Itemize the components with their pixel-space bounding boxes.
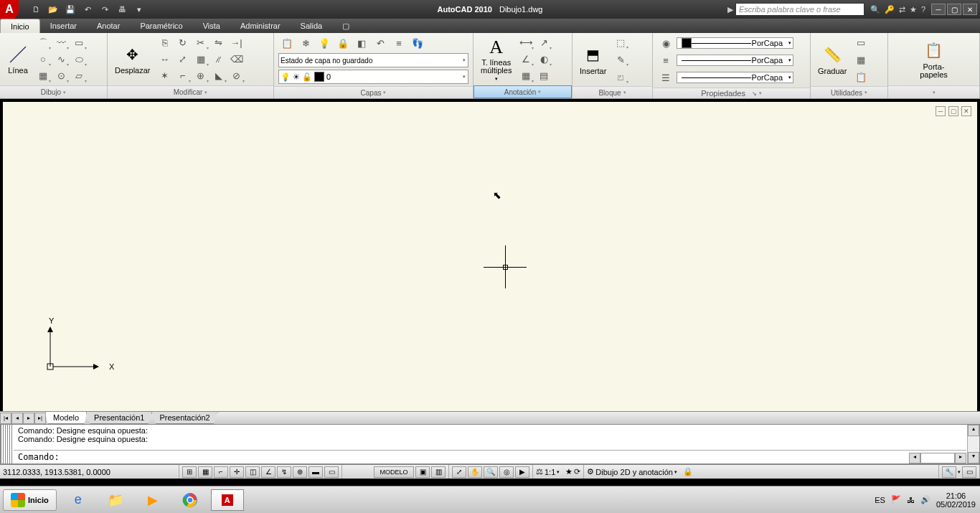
tab-extra[interactable]: ▢ — [332, 19, 359, 33]
panel-capas[interactable]: Capas — [274, 86, 473, 98]
tab-first-icon[interactable]: |◂ — [0, 413, 11, 424]
tab-anotar[interactable]: Anotar — [87, 19, 130, 33]
workspace-combo[interactable]: Dibujo 2D y anotación — [595, 468, 673, 476]
drawing-area[interactable]: ─ ▢ ✕ Y X — [3, 102, 977, 411]
annoscale-icon[interactable]: ⚖ — [536, 467, 543, 476]
point-icon[interactable]: ⊙ — [52, 68, 70, 84]
layer-off-icon[interactable]: 💡 — [316, 35, 333, 51]
showmotion-icon[interactable]: ▶ — [515, 466, 529, 478]
sheet-pres1[interactable]: Presentación1 — [86, 412, 152, 424]
qat-save-icon[interactable]: 💾 — [63, 2, 77, 17]
taskbar-chrome[interactable] — [174, 489, 207, 511]
layer-freeze-icon[interactable]: ❄ — [297, 35, 314, 51]
rotate-icon[interactable]: ↻ — [174, 35, 192, 51]
insertar-button[interactable]: ⬒ Insertar — [575, 35, 611, 84]
layer-match-icon[interactable]: ≡ — [390, 35, 407, 51]
layout2-icon[interactable]: ▥ — [431, 466, 446, 478]
qat-undo-icon[interactable]: ↶ — [80, 2, 95, 17]
break-icon[interactable]: ⊘ — [228, 68, 245, 84]
taskbar-explorer[interactable]: 📁 — [99, 489, 132, 511]
close-button[interactable]: ✕ — [963, 4, 977, 15]
taskbar-wmp[interactable]: ▶ — [136, 489, 169, 511]
app-menu-button[interactable]: A — [0, 0, 19, 19]
tray-volume-icon[interactable]: 🔊 — [920, 495, 930, 504]
wheel-icon[interactable]: ◎ — [499, 466, 514, 478]
block-edit-icon[interactable]: ✎ — [612, 52, 629, 67]
spline-icon[interactable]: ∿ — [52, 52, 70, 67]
join-icon[interactable]: ⊕ — [192, 68, 209, 84]
start-button[interactable]: Inicio — [3, 489, 57, 511]
cmd-grip[interactable] — [1, 425, 14, 463]
panel-utilidades[interactable]: Utilidades — [811, 86, 887, 98]
workspace-gear-icon[interactable]: ⚙ — [587, 467, 594, 476]
scroll-left-icon[interactable]: ◂ — [909, 453, 920, 463]
lwt-toggle[interactable]: ▬ — [308, 466, 323, 478]
annoscale-value[interactable]: 1:1 — [545, 468, 555, 476]
tab-prev-icon[interactable]: ◂ — [11, 413, 23, 424]
search-input[interactable]: Escriba palabra clave o frase — [735, 3, 864, 16]
scroll-down-icon[interactable]: ▾ — [968, 452, 979, 463]
layer-walk-icon[interactable]: 👣 — [409, 35, 426, 51]
layer-lock-icon[interactable]: 🔒 — [334, 35, 352, 51]
color-wheel-icon[interactable]: ◉ — [657, 35, 674, 51]
qat-dropdown-icon[interactable]: ▾ — [132, 2, 146, 17]
annoauto-icon[interactable]: ⟳ — [574, 467, 580, 476]
tab-last-icon[interactable]: ▸| — [34, 413, 46, 424]
tray-clock[interactable]: 21:06 05/02/2019 — [936, 491, 976, 509]
qview-icon[interactable]: ⤢ — [452, 466, 466, 478]
tab-next-icon[interactable]: ▸ — [23, 413, 34, 424]
panel-propiedades[interactable]: Propiedades ↘ — [653, 88, 810, 98]
tab-parametrico[interactable]: Paramétrico — [130, 19, 192, 33]
tab-salida[interactable]: Salida — [291, 19, 333, 33]
grid-toggle[interactable]: ▦ — [198, 466, 212, 478]
vp-minimize-icon[interactable]: ─ — [936, 106, 946, 116]
arc-icon[interactable]: ⌒ — [34, 35, 52, 51]
tray-flag-icon[interactable]: 🚩 — [891, 495, 901, 504]
rectangle-icon[interactable]: ▭ — [70, 35, 88, 51]
trim-icon[interactable]: ✂ — [192, 35, 209, 51]
layer-state-combo[interactable]: Estado de capa no guardado — [278, 53, 468, 67]
maximize-button[interactable]: ▢ — [947, 4, 961, 15]
tab-inicio[interactable]: Inicio — [0, 19, 40, 33]
ellipse-icon[interactable]: ⬭ — [70, 52, 88, 67]
annovisibility-icon[interactable]: ★ — [565, 467, 573, 476]
polyline-icon[interactable]: 〰 — [52, 35, 70, 51]
sheet-modelo[interactable]: Modelo — [45, 412, 87, 424]
circle-icon[interactable]: ○ — [34, 52, 52, 67]
layer-iso-icon[interactable]: ◧ — [353, 35, 370, 51]
field-icon[interactable]: ▤ — [535, 68, 552, 84]
panel-anotacion[interactable]: Anotación — [473, 85, 572, 98]
vp-maximize-icon[interactable]: ▢ — [948, 106, 958, 116]
chamfer-icon[interactable]: ◣ — [210, 68, 227, 84]
layer-combo[interactable]: 💡 ☀ 🔓 0 — [278, 70, 468, 84]
vp-close-icon[interactable]: ✕ — [961, 106, 971, 116]
fillet-icon[interactable]: ⌐ — [174, 68, 192, 84]
layer-prev-icon[interactable]: ↶ — [372, 35, 389, 51]
qat-new-icon[interactable]: 🗋 — [29, 2, 43, 17]
search-play-icon[interactable]: ▶ — [727, 5, 733, 14]
key-icon[interactable]: 🔑 — [885, 5, 895, 14]
array-icon[interactable]: ▦ — [192, 52, 209, 67]
panel-bloque[interactable]: Bloque — [573, 86, 652, 98]
linetype-icon[interactable]: ≡ — [657, 52, 674, 68]
help-icon[interactable]: ? — [921, 5, 925, 14]
tray-lang[interactable]: ES — [875, 496, 885, 504]
toolbar-icon[interactable]: 🔧 — [942, 466, 956, 478]
sheet-pres2[interactable]: Presentación2 — [151, 412, 217, 424]
panel-dibujo[interactable]: Dibujo — [0, 85, 107, 98]
dim-radius-icon[interactable]: ◐ — [535, 52, 552, 67]
snap-toggle[interactable]: ⊞ — [182, 466, 197, 478]
scroll-right-icon[interactable]: ▸ — [955, 453, 966, 463]
polar-toggle[interactable]: ✛ — [230, 466, 244, 478]
tab-insertar[interactable]: Insertar — [40, 19, 87, 33]
panel-modificar[interactable]: Modificar — [108, 85, 273, 98]
mirror-icon[interactable]: ⇋ — [210, 35, 227, 51]
erase-icon[interactable]: ⌫ — [228, 52, 245, 67]
model-button[interactable]: MODELO — [374, 466, 414, 478]
ortho-toggle[interactable]: ⌐ — [214, 466, 228, 478]
taskbar-autocad[interactable]: A — [211, 489, 244, 511]
lineweight-combo[interactable]: PorCapa — [677, 72, 793, 83]
lineweight-icon[interactable]: ☰ — [657, 70, 674, 85]
hatch-icon[interactable]: ▦ — [34, 68, 52, 84]
binoculars-icon[interactable]: 🔍 — [870, 5, 880, 14]
